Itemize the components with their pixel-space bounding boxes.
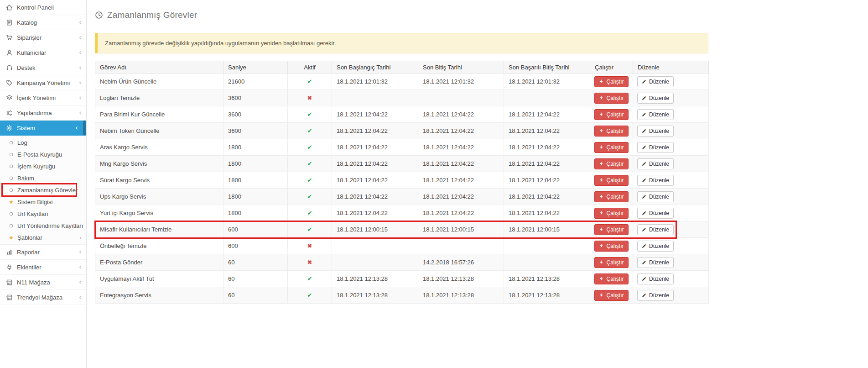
edit-button[interactable]: Düzenle [637, 241, 674, 252]
task-last-success: 18.1.2021 12:04:22 [504, 172, 590, 189]
sidebar-subitem-zamanlanmis-gorevler[interactable]: Zamanlanmış Görevler [0, 184, 86, 196]
pencil-icon [642, 293, 647, 298]
task-last-end: 18.1.2021 12:04:22 [418, 189, 504, 205]
edit-button[interactable]: Düzenle [637, 224, 674, 235]
task-name: Logları Temizle [95, 90, 223, 106]
sidebar-subitem-url-kayitlari[interactable]: Url Kayıtları [0, 208, 86, 220]
task-last-success: 18.1.2021 12:04:22 [504, 106, 590, 123]
column-header-saniye: Saniye [223, 61, 288, 74]
sidebar-subitem-e-posta-kuyrugu[interactable]: E-Posta Kuyruğu [0, 148, 86, 160]
edit-button[interactable]: Düzenle [637, 175, 674, 186]
edit-button[interactable]: Düzenle [637, 158, 674, 169]
task-row: Mng Kargo Servis1800✔18.1.2021 12:04:221… [95, 156, 709, 172]
edit-button[interactable]: Düzenle [637, 257, 674, 268]
chevron-left-icon: ‹ [79, 264, 82, 271]
check-icon: ✔ [307, 210, 312, 216]
sidebar-item-kampanya-yonetimi[interactable]: Kampanya Yönetimi‹ [0, 75, 86, 90]
task-edit-cell: Düzenle [633, 90, 709, 106]
edit-button[interactable]: Düzenle [637, 109, 674, 120]
sidebar-item-siparisler[interactable]: Siparişler‹ [0, 30, 86, 45]
task-edit-cell: Düzenle [633, 172, 709, 189]
edit-button[interactable]: Düzenle [637, 126, 674, 137]
edit-button[interactable]: Düzenle [637, 191, 674, 202]
sidebar-subitem-bakim[interactable]: Bakım [0, 172, 86, 184]
run-button[interactable]: Çalıştır [594, 208, 628, 219]
task-last-success: 18.1.2021 12:13:28 [504, 271, 590, 287]
chevron-left-icon: ‹ [79, 279, 82, 286]
check-icon: ✔ [307, 177, 312, 184]
sidebar-subitem-sistem-bilgisi[interactable]: Sistem Bilgisi [0, 196, 86, 208]
task-seconds: 600 [223, 221, 288, 238]
run-button[interactable]: Çalıştır [594, 224, 628, 235]
sidebar-item-label: Kampanya Yönetimi [17, 79, 75, 86]
check-icon: ✔ [307, 111, 312, 118]
run-button[interactable]: Çalıştır [594, 290, 628, 301]
run-button[interactable]: Çalıştır [594, 158, 628, 169]
circle-icon [9, 140, 14, 145]
sidebar-item-kullanicilar[interactable]: Kullanıcılar‹ [0, 45, 86, 60]
sidebar-subitem-label: Bakım [17, 175, 82, 182]
run-button[interactable]: Çalıştır [594, 126, 628, 137]
column-header-son-baslangic-tarihi: Son Başlangıç Tarihi [332, 61, 418, 74]
edit-button[interactable]: Düzenle [637, 273, 674, 284]
sidebar-subitem-log[interactable]: Log [0, 137, 86, 148]
pencil-icon [642, 194, 647, 199]
task-last-end: 18.1.2021 12:04:22 [418, 139, 504, 156]
task-run-cell: Çalıştır [590, 221, 633, 238]
run-button[interactable]: Çalıştır [594, 175, 628, 186]
task-active-cell: ✔ [288, 139, 332, 156]
pencil-icon [642, 95, 647, 100]
task-active-cell: ✖ [288, 238, 332, 254]
sidebar-item-icerik-yonetimi[interactable]: İçerik Yönetimi‹ [0, 90, 86, 105]
circle-icon [9, 152, 14, 157]
sidebar-item-katalog[interactable]: Katalog‹ [0, 15, 86, 30]
sidebar-item-eklentiler[interactable]: Eklentiler‹ [0, 260, 86, 275]
run-button[interactable]: Çalıştır [594, 191, 628, 202]
run-button[interactable]: Çalıştır [594, 257, 628, 268]
task-edit-cell: Düzenle [633, 287, 709, 304]
sidebar-item-label: Trendyol Mağaza [17, 294, 75, 301]
run-button[interactable]: Çalıştır [594, 76, 628, 87]
sidebar-item-kontrol-paneli[interactable]: Kontrol Paneli [0, 0, 86, 15]
task-seconds: 1800 [223, 205, 288, 221]
task-last-success: 18.1.2021 12:04:22 [504, 205, 590, 221]
sidebar-item-label: Eklentiler [17, 264, 75, 271]
sidebar-item-label: İçerik Yönetimi [17, 95, 75, 101]
edit-button[interactable]: Düzenle [637, 142, 674, 153]
task-name: Sürat Kargo Servis [95, 172, 223, 189]
sidebar-subitem-label: Zamanlanmış Görevler [17, 187, 82, 194]
run-button[interactable]: Çalıştır [594, 93, 628, 104]
sidebar-item-destek[interactable]: Destek‹ [0, 60, 86, 75]
sidebar-subitem-label: İşlem Kuyruğu [17, 163, 82, 170]
sidebar-subitem-sablonlar[interactable]: Şablonlar‹ [0, 231, 86, 243]
circle-icon [9, 223, 14, 228]
run-button[interactable]: Çalıştır [594, 142, 628, 153]
task-edit-cell: Düzenle [633, 271, 709, 287]
sidebar-item-sistem[interactable]: Sistem‹ [0, 121, 86, 136]
sidebar-subitem-url-yonlendirme-kayitlari[interactable]: Url Yönlendirme Kayıtları [0, 220, 86, 231]
task-active-cell: ✖ [288, 90, 332, 106]
run-button[interactable]: Çalıştır [594, 109, 628, 120]
clock-icon [95, 11, 103, 19]
edit-button[interactable]: Düzenle [637, 93, 674, 104]
chevron-left-icon: ‹ [79, 49, 82, 56]
sidebar-subitem-islem-kuyrugu[interactable]: İşlem Kuyruğu [0, 160, 86, 172]
run-button[interactable]: Çalıştır [594, 273, 628, 284]
task-seconds: 1800 [223, 189, 288, 205]
run-button[interactable]: Çalıştır [594, 241, 628, 252]
check-icon: ✔ [307, 127, 312, 134]
support-icon [6, 64, 13, 71]
table-header-row: Görev AdıSaniyeAktifSon Başlangıç Tarihi… [95, 61, 709, 74]
sidebar-item-n11-magaza[interactable]: N11 Mağaza‹ [0, 275, 86, 290]
edit-button[interactable]: Düzenle [637, 208, 674, 219]
sidebar-item-yapilandirma[interactable]: Yapılandırma‹ [0, 105, 86, 121]
edit-button[interactable]: Düzenle [637, 290, 674, 301]
task-run-cell: Çalıştır [590, 271, 633, 287]
sidebar-item-raporlar[interactable]: Raporlar‹ [0, 245, 86, 260]
sidebar-subitem-label: E-Posta Kuyruğu [17, 151, 82, 158]
chevron-left-icon: ‹ [79, 34, 82, 41]
task-run-cell: Çalıştır [590, 74, 633, 90]
task-active-cell: ✔ [288, 74, 332, 90]
sidebar-item-trendyol-magaza[interactable]: Trendyol Mağaza‹ [0, 290, 86, 305]
edit-button[interactable]: Düzenle [637, 76, 674, 87]
